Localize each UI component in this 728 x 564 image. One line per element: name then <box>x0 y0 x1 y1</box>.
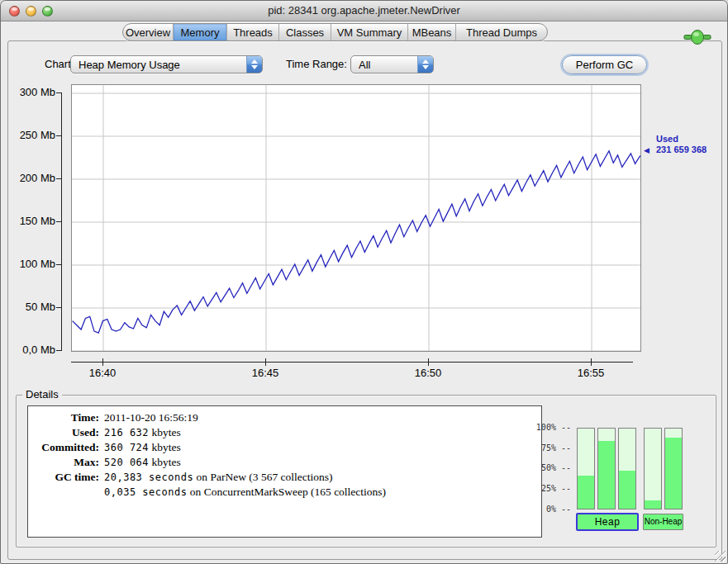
tab-overview[interactable]: Overview <box>123 24 174 40</box>
details-title: Details <box>22 388 62 400</box>
detail-num: 0,035 seconds <box>104 486 187 498</box>
detail-row-gc-parnew: GC time: 20,383 seconds on ParNew (3 567… <box>28 471 541 484</box>
series-legend: Used 231 659 368 <box>656 134 707 155</box>
x-tick-label: 16:55 <box>566 367 616 379</box>
y-tick <box>56 221 61 222</box>
detail-num: 216 632 <box>104 427 149 438</box>
y-tick <box>56 135 61 136</box>
pct-tick-label: 75% -- <box>521 443 571 453</box>
tab-thread-dumps[interactable]: Thread Dumps <box>456 24 547 40</box>
details-info-box: Time: 2011-10-20 16:56:19 Used: 216 632 … <box>27 405 542 538</box>
detail-num: 20,383 seconds <box>104 472 193 483</box>
time-range-label: Time Range: <box>286 58 347 70</box>
app-window: pid: 28341 org.apache.jmeter.NewDriver O… <box>0 0 728 564</box>
legend-series-name: Used <box>656 134 707 145</box>
detail-rest: kbytes <box>151 456 180 468</box>
pct-tick-label: 0% -- <box>521 505 571 514</box>
used-memory-series <box>73 151 640 334</box>
time-range-dropdown[interactable]: All <box>350 55 434 73</box>
pct-tick-label: 100% -- <box>521 423 571 433</box>
legend-series-value: 231 659 368 <box>656 145 707 155</box>
y-tick <box>56 92 61 93</box>
window-title: pid: 28341 org.apache.jmeter.NewDriver <box>1 4 727 17</box>
x-tick-label: 16:50 <box>403 367 453 379</box>
pct-tick-label: 50% -- <box>521 463 571 473</box>
nonheap-pool-bar-2[interactable] <box>664 428 683 509</box>
detail-row-used: Used: 216 632 kbytes <box>28 426 541 439</box>
detail-rest: kbytes <box>151 426 180 438</box>
y-tick <box>56 350 61 351</box>
detail-rest: on ParNew (3 567 collections) <box>197 471 333 483</box>
detail-label: Used: <box>28 426 99 439</box>
detail-label: Committed: <box>28 441 99 454</box>
tab-bar: Overview Memory Threads Classes VM Summa… <box>122 23 548 41</box>
tab-vm-summary[interactable]: VM Summary <box>331 24 408 40</box>
pct-tick-label: 25% -- <box>521 484 571 494</box>
heap-pool-bar-1[interactable] <box>577 428 595 509</box>
x-tick <box>265 358 266 366</box>
title-bar[interactable]: pid: 28341 org.apache.jmeter.NewDriver <box>1 1 727 21</box>
y-tick <box>56 307 61 308</box>
y-axis-line <box>61 92 62 351</box>
nonheap-button[interactable]: Non-Heap <box>643 514 683 530</box>
detail-row-time: Time: 2011-10-20 16:56:19 <box>28 411 541 424</box>
y-tick <box>56 178 61 179</box>
detail-label: GC time: <box>28 471 99 484</box>
series-marker-icon: ◀ <box>644 146 649 154</box>
heap-button[interactable]: Heap <box>576 513 639 531</box>
time-range-value: All <box>359 59 370 71</box>
detail-rest: kbytes <box>151 441 180 453</box>
tab-mbeans[interactable]: MBeans <box>408 24 456 40</box>
detail-num: 520 064 <box>104 457 149 468</box>
chart-dropdown-value: Heap Memory Usage <box>79 59 180 71</box>
heap-usage-chart[interactable] <box>71 84 641 352</box>
tab-threads[interactable]: Threads <box>227 24 279 40</box>
y-tick-label: 100 Mb <box>1 258 55 271</box>
y-tick-label: 250 Mb <box>1 129 55 142</box>
y-tick <box>56 264 61 265</box>
time-range-stepper-icon <box>417 56 433 73</box>
x-axis-line <box>71 362 633 363</box>
detail-row-gc-cms: 0,035 seconds on ConcurrentMarkSweep (16… <box>28 486 541 499</box>
detail-row-committed: Committed: 360 724 kbytes <box>28 441 541 454</box>
x-tick-label: 16:45 <box>240 367 290 379</box>
tab-memory[interactable]: Memory <box>174 24 227 40</box>
detail-label: Time: <box>28 411 99 424</box>
perform-gc-button[interactable]: Perform GC <box>562 55 647 74</box>
detail-row-max: Max: 520 064 kbytes <box>28 456 541 469</box>
heap-pool-bar-2[interactable] <box>597 428 616 509</box>
tab-classes[interactable]: Classes <box>279 24 331 40</box>
detail-label: Max: <box>28 456 99 469</box>
connection-plug-icon <box>683 29 711 45</box>
x-tick <box>102 358 103 366</box>
y-tick-label: 300 Mb <box>1 86 55 99</box>
detail-rest: on ConcurrentMarkSweep (165 collections) <box>190 486 386 498</box>
resize-grip[interactable] <box>715 551 726 562</box>
x-tick-label: 16:40 <box>78 367 127 379</box>
detail-label <box>28 486 99 499</box>
detail-rest: 2011-10-20 16:56:19 <box>104 411 198 424</box>
heap-pool-bar-3[interactable] <box>618 428 636 509</box>
x-tick <box>591 358 592 366</box>
y-tick-label: 50 Mb <box>1 301 55 314</box>
y-tick-label: 0,0 Mb <box>1 344 55 357</box>
chart-dropdown[interactable]: Heap Memory Usage <box>70 55 263 73</box>
y-tick-label: 200 Mb <box>1 172 55 185</box>
heap-usage-line-chart <box>72 85 640 351</box>
y-tick-label: 150 Mb <box>1 215 55 228</box>
x-tick <box>428 358 429 366</box>
nonheap-pool-bar-1[interactable] <box>644 428 662 509</box>
chart-dropdown-stepper-icon <box>246 56 262 73</box>
detail-num: 360 724 <box>104 442 149 453</box>
